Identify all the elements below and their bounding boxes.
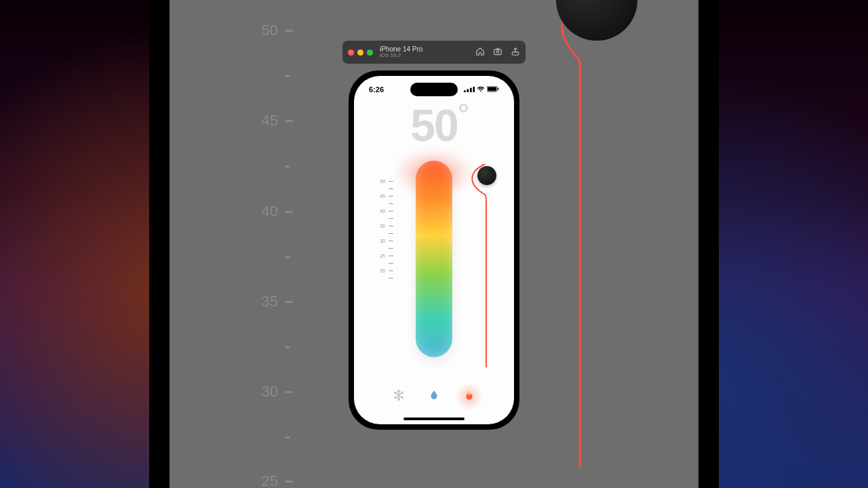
scale-major-tick: 50 [377,178,393,185]
mode-water-button[interactable] [425,388,443,405]
svg-rect-5 [470,88,472,92]
scale-tick-mark [389,218,393,220]
svg-rect-6 [473,87,475,92]
home-icon[interactable] [475,47,485,58]
scale-tick-label: 20 [377,268,385,273]
background-scale-minor-tick [285,75,290,77]
svg-point-1 [496,51,499,54]
scale-major-tick: 30 [377,237,393,245]
background-scale-label: 50 [244,22,278,39]
phone-screen: 6:26 50 50454035302520 [354,76,514,424]
background-scale-label: 35 [244,293,278,310]
temperature-value: 50 [410,100,457,150]
scale-tick-mark [389,181,393,182]
scale-major-tick: 40 [377,207,393,215]
scale-major-tick: 35 [377,222,393,230]
svg-rect-4 [467,89,469,92]
slider-knob[interactable] [477,166,496,185]
background-scale-label: 45 [244,112,278,129]
scale-tick-label: 40 [377,209,385,214]
scale-tick-label: 25 [377,253,385,258]
screenshot-icon[interactable] [493,47,502,58]
background-scale-label: 30 [244,383,278,401]
svg-rect-9 [498,87,499,90]
mode-cold-button[interactable] [390,388,408,405]
scale-minor-tick [377,245,393,252]
background-scale-minor-tick [285,436,290,439]
home-indicator[interactable] [403,418,465,420]
background-scale-tick [285,211,293,213]
scale-major-tick: 25 [377,252,393,260]
scale-tick-mark [389,270,393,272]
cellular-icon [464,85,475,94]
scale-tick-label: 35 [377,224,385,228]
background-scale-minor-tick [285,165,290,167]
window-zoom-button[interactable] [367,49,373,56]
degree-icon [459,104,468,113]
thermometer-bar[interactable] [416,161,452,357]
background-bezel-left [149,0,170,488]
simulator-os-label: iOS 16.2 [380,53,422,59]
scale-major-tick: 20 [377,267,393,274]
background-bezel-right [698,0,719,488]
background-scale-label: 40 [244,203,278,220]
simulator-title: iPhone 14 Pro iOS 16.2 [380,45,422,59]
window-minimize-button[interactable] [357,49,363,56]
background-slider-curve [559,0,600,468]
scale-minor-tick [377,185,393,192]
scale-tick-mark [389,278,393,279]
scale-tick-label: 30 [377,239,385,243]
mode-switcher [354,388,514,405]
background-scale-tick [285,30,293,32]
background-scale-label: 25 [244,472,278,488]
scale-tick-label: 45 [377,194,385,199]
scale-tick-mark [389,241,393,242]
scale-tick-mark [389,233,393,235]
droplet-icon [428,389,440,404]
svg-rect-3 [464,90,466,92]
background-scale-tick [285,301,293,303]
scale-minor-tick [377,274,393,282]
window-controls[interactable] [348,49,373,56]
scale-minor-tick [377,215,393,222]
status-time: 6:26 [369,85,384,94]
scale-tick-mark [389,196,393,197]
battery-icon [487,85,499,94]
temperature-display: 50 [354,100,514,151]
phone-frame: 6:26 50 50454035302520 [349,70,519,430]
scale-tick-mark [389,203,393,205]
slider-track-curve [462,164,496,367]
flame-icon [463,389,475,404]
scale-minor-tick [377,200,393,207]
svg-rect-8 [488,87,496,91]
dynamic-island [410,83,458,96]
background-scale-tick [285,391,293,393]
temperature-scale: 50454035302520 [377,178,393,282]
simulator-toolbar: iPhone 14 Pro iOS 16.2 [342,41,526,64]
svg-rect-0 [494,49,502,55]
background-scale-minor-tick [285,256,290,258]
scale-tick-mark [389,226,393,227]
wifi-icon [477,85,485,94]
scale-tick-mark [389,256,393,257]
background-scale-tick [285,120,293,122]
share-icon[interactable] [511,47,520,58]
scale-minor-tick [377,230,393,237]
scale-major-tick: 45 [377,192,393,200]
scale-minor-tick [377,260,393,267]
scale-tick-mark [389,263,393,264]
scale-tick-mark [389,188,393,190]
scale-tick-label: 50 [377,179,385,184]
scale-tick-mark [389,211,393,212]
snowflake-icon [393,389,405,404]
background-scale-tick [285,481,293,483]
scale-tick-mark [389,248,393,249]
background-scale-minor-tick [285,346,290,348]
mode-heat-button[interactable] [460,388,478,405]
window-close-button[interactable] [348,49,354,56]
